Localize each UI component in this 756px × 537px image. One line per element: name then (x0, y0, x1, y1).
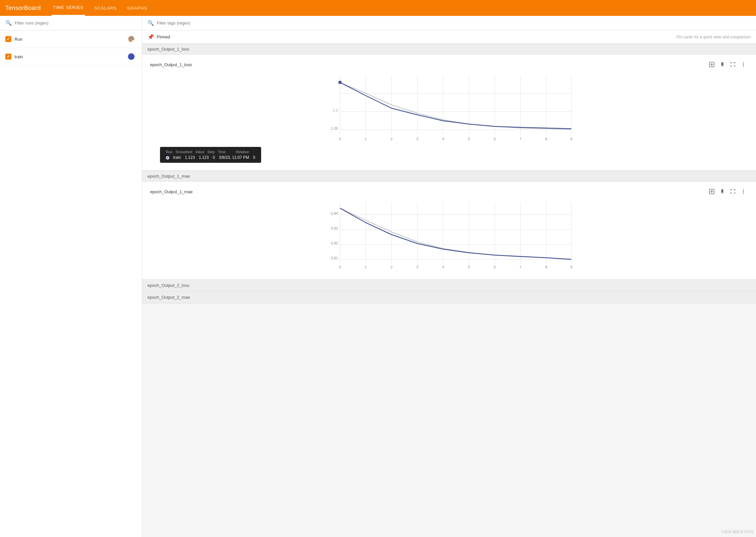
chart-title-loss: epoch_Output_1_loss (150, 62, 192, 67)
svg-text:8: 8 (545, 265, 547, 269)
run-item-train: train (0, 48, 142, 66)
sidebar-search: 🔍 (0, 16, 142, 30)
filter-tags-bar: 🔍 (142, 16, 756, 30)
chart-menu-btn-mae[interactable] (739, 187, 748, 196)
svg-text:0: 0 (339, 265, 341, 269)
palette-icon (127, 35, 135, 43)
chart-svg-loss: 1.05 1.1 (150, 72, 748, 164)
svg-text:2: 2 (390, 265, 392, 269)
sidebar: 🔍 Run train (0, 16, 142, 537)
svg-text:5: 5 (468, 137, 470, 141)
svg-point-8 (743, 66, 744, 67)
section-header-output2-mae: epoch_Output_2_mae (142, 291, 756, 303)
watermark: CSDN 疯狂学习GIS (721, 529, 753, 534)
search-tags-icon: 🔍 (147, 20, 154, 26)
chart-expand-btn-loss[interactable] (728, 60, 737, 69)
tooltip-header-relative: Relative (236, 150, 249, 154)
section-header-loss: epoch_Output_1_loss (142, 44, 756, 55)
pinned-text: Pinned (157, 34, 170, 39)
svg-text:0: 0 (339, 137, 341, 141)
tooltip-header-run: Run (166, 150, 173, 154)
run-checkbox-train[interactable] (5, 54, 11, 60)
chart-menu-btn-loss[interactable] (739, 60, 748, 69)
svg-text:4: 4 (442, 265, 444, 269)
svg-text:6: 6 (494, 265, 496, 269)
pinned-label: 📌 Pinned (147, 34, 170, 40)
run-color-dot-train[interactable] (126, 51, 137, 62)
pinned-hint: Pin cards for a quick view and compariso… (676, 35, 751, 39)
chart-actions-loss (707, 60, 748, 69)
chart-pin-btn-loss[interactable] (718, 60, 727, 69)
svg-text:7: 7 (519, 137, 521, 141)
run-label-run: Run (15, 37, 123, 42)
run-checkbox-run[interactable] (5, 36, 11, 42)
svg-text:1.05: 1.05 (331, 126, 338, 130)
loss-chart-svg: 1.05 1.1 (150, 72, 748, 145)
charts-container: epoch_Output_1_loss epoch_Output_1_loss (142, 44, 756, 303)
nav-item-timeseries[interactable]: TIME SERIES (52, 0, 85, 16)
svg-text:2: 2 (390, 137, 392, 141)
svg-point-6 (743, 63, 744, 64)
main-layout: 🔍 Run train (0, 16, 756, 537)
filter-runs-input[interactable] (15, 21, 137, 25)
tooltip-step: 0 (211, 155, 217, 160)
tooltip-time: 3/8/23, 11:07 PM (217, 155, 251, 160)
tooltip-header-step: Step (207, 150, 215, 154)
svg-text:9: 9 (570, 265, 572, 269)
tooltip-value: 1.123 (197, 155, 211, 160)
svg-text:0.84: 0.84 (331, 211, 338, 215)
svg-text:7: 7 (519, 265, 521, 269)
chart-actions-mae (707, 187, 748, 196)
pin-icon: 📌 (147, 34, 154, 40)
svg-point-7 (743, 64, 744, 65)
chart-tooltip-loss: Run Smoothed Value Step Time Relative (160, 147, 261, 163)
svg-text:9: 9 (570, 137, 572, 141)
svg-text:3: 3 (416, 137, 418, 141)
chart-svg-mae: 0.81 0.82 0.83 0.84 (150, 199, 748, 273)
chart-card-loss: epoch_Output_1_loss (142, 55, 756, 171)
tooltip-header-value: Value (195, 150, 204, 154)
filter-tags-input[interactable] (157, 21, 256, 25)
section-header-mae: epoch_Output_1_mae (142, 171, 756, 182)
nav-item-scalars[interactable]: SCALARS (93, 0, 118, 16)
tooltip-smoothed: 1.123 (183, 155, 197, 160)
svg-point-36 (743, 190, 744, 191)
svg-text:1: 1 (365, 265, 367, 269)
search-icon: 🔍 (5, 20, 12, 26)
svg-point-37 (743, 191, 744, 192)
chart-card-mae: epoch_Output_1_mae (142, 182, 756, 280)
svg-text:0.81: 0.81 (331, 256, 338, 260)
run-item-run: Run (0, 30, 142, 48)
tooltip-dot (166, 156, 169, 159)
svg-text:0.83: 0.83 (331, 226, 338, 230)
svg-text:1: 1 (365, 137, 367, 141)
chart-expand-btn-mae[interactable] (728, 187, 737, 196)
top-nav: TensorBoard TIME SERIES SCALARS GRAPHS (0, 0, 756, 16)
content-area: 🔍 📌 Pinned Pin cards for a quick view an… (142, 16, 756, 537)
tooltip-relative: 0 (251, 155, 258, 160)
svg-text:4: 4 (442, 137, 444, 141)
svg-rect-9 (340, 75, 572, 135)
tooltip-header-smoothed: Smoothed (176, 150, 192, 154)
train-color-indicator (128, 53, 135, 60)
data-point-0 (338, 81, 342, 84)
mae-chart-svg: 0.81 0.82 0.83 0.84 (150, 199, 748, 272)
chart-fit-btn-loss[interactable] (707, 60, 716, 69)
svg-text:8: 8 (545, 137, 547, 141)
svg-text:5: 5 (468, 265, 470, 269)
brand-logo: TensorBoard (5, 5, 41, 12)
nav-item-graphs[interactable]: GRAPHS (126, 0, 149, 16)
chart-card-header-mae: epoch_Output_1_mae (150, 187, 748, 196)
svg-point-38 (743, 193, 744, 194)
tooltip-header-time: Time (218, 150, 226, 154)
chart-pin-btn-mae[interactable] (718, 187, 727, 196)
pinned-section: 📌 Pinned Pin cards for a quick view and … (142, 30, 756, 44)
run-color-palette-run[interactable] (126, 34, 137, 44)
tooltip-run: train (171, 155, 183, 160)
svg-text:3: 3 (416, 265, 418, 269)
section-header-output2-loss: epoch_Output_2_loss (142, 280, 756, 291)
chart-card-header-loss: epoch_Output_1_loss (150, 60, 748, 69)
chart-fit-btn-mae[interactable] (707, 187, 716, 196)
svg-text:6: 6 (494, 137, 496, 141)
nav-items: TIME SERIES SCALARS GRAPHS (52, 0, 149, 16)
